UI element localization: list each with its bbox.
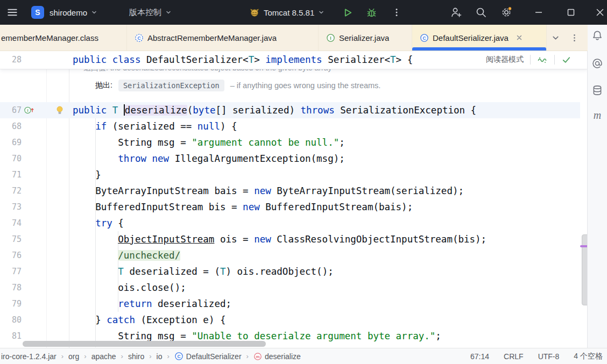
code-text: String msg = "argument cannot be null."; xyxy=(73,134,345,151)
hidden-tabs-button[interactable] xyxy=(551,33,560,42)
ai-assistant-button[interactable] xyxy=(591,57,604,70)
code-line-77[interactable]: 77 T deserialized = (T) ois.readObject()… xyxy=(0,263,588,280)
javadoc-throws-row: 抛出: SerializationException – if anything… xyxy=(95,80,380,91)
window-minimize-button[interactable] xyxy=(534,0,544,25)
code-line-71[interactable]: 71 } xyxy=(0,167,588,183)
add-user-icon xyxy=(450,6,463,19)
status-bar: iro-core-1.2.4.jar›org›apache›shiro›io› … xyxy=(0,348,607,364)
line-number: 80 xyxy=(0,312,22,328)
encoding-widget[interactable]: UTF-8 xyxy=(538,352,560,361)
breadcrumb-label: apache xyxy=(91,352,116,361)
code-line-75[interactable]: 75 ObjectInputStream ois = new ClassReso… xyxy=(0,231,588,247)
breadcrumb-separator: › xyxy=(149,352,151,360)
code-text: if (serialized == null) { xyxy=(73,118,237,134)
tab-serializer-java[interactable]: ISerializer.java xyxy=(319,25,412,51)
code-with-me-button[interactable] xyxy=(450,0,463,25)
line-number: 76 xyxy=(0,247,22,263)
code-line-73[interactable]: 73 BufferedInputStream bis = new Buffere… xyxy=(0,199,588,215)
code-line-80[interactable]: 80 } catch (Exception e) { xyxy=(0,312,588,328)
svg-text:I: I xyxy=(330,35,331,40)
horizontal-scrollbar-thumb[interactable] xyxy=(23,341,266,347)
breadcrumb-label: io xyxy=(157,352,163,361)
code-text: } xyxy=(73,167,101,183)
code-line-67[interactable]: 67Ipublic T deserialize(byte[] serialize… xyxy=(0,102,588,118)
search-everywhere-button[interactable] xyxy=(475,0,488,25)
main-menu-button[interactable] xyxy=(6,0,18,25)
no-problems-check-icon[interactable] xyxy=(561,55,571,65)
code-text: try { xyxy=(73,215,124,231)
code-line-74[interactable]: 74 try { xyxy=(0,215,588,231)
maven-tool-button[interactable]: m xyxy=(591,109,604,122)
tab-options-button[interactable] xyxy=(570,33,579,42)
bell-icon xyxy=(591,30,603,41)
breadcrumb-label: org xyxy=(68,352,79,361)
code-line-72[interactable]: 72 ByteArrayInputStream bais = new ByteA… xyxy=(0,183,588,199)
sticky-code-text: public class DefaultSerializer<T> implem… xyxy=(73,51,413,69)
svg-text:I: I xyxy=(27,108,28,113)
reader-mode-widget: 阅读器模式 xyxy=(482,51,571,69)
code-text: throw new IllegalArgumentException(msg); xyxy=(73,151,345,167)
indent-widget[interactable]: 4 个空格 xyxy=(574,352,603,361)
database-icon xyxy=(591,84,603,96)
breadcrumb-separator: › xyxy=(167,352,170,360)
at-icon xyxy=(591,58,603,69)
svg-text:C: C xyxy=(137,35,140,40)
window-close-button[interactable] xyxy=(595,0,605,25)
caret-position-widget[interactable]: 67:14 xyxy=(470,352,489,361)
code-line-68[interactable]: 68 if (serialized == null) { xyxy=(0,118,588,134)
code-line-78[interactable]: 78 ois.close(); xyxy=(0,280,588,296)
svg-text:C: C xyxy=(177,354,180,359)
debug-button[interactable] xyxy=(366,0,377,25)
settings-button[interactable] xyxy=(499,0,513,25)
code-line-69[interactable]: 69 String msg = "argument cannot be null… xyxy=(0,134,588,151)
line-ending-widget[interactable]: CRLF xyxy=(504,352,524,361)
breadcrumb-item-iro-core-1-2-4-jar[interactable]: iro-core-1.2.4.jar xyxy=(1,352,57,361)
breadcrumb-label: iro-core-1.2.4.jar xyxy=(1,352,57,361)
code-line-79[interactable]: 79 return deserialized; xyxy=(0,296,588,312)
implementing-method-icon[interactable]: I xyxy=(24,104,34,117)
breadcrumb-item-deserialize[interactable]: mdeserialize xyxy=(253,352,301,361)
run-configuration-selector[interactable]: Tomcat 8.5.81 xyxy=(249,0,325,25)
tab-close-icon[interactable] xyxy=(516,34,523,41)
tab-label: DefaultSerializer.java xyxy=(433,33,509,42)
database-tool-button[interactable] xyxy=(591,84,604,97)
close-icon xyxy=(595,8,605,17)
editor-tab-bar: ememberMeManager.class CAbstractRemember… xyxy=(0,25,588,51)
inspections-widget-icon[interactable] xyxy=(537,54,548,65)
tab-label: ememberMeManager.class xyxy=(1,33,98,42)
vcs-label: 版本控制 xyxy=(129,8,161,18)
vcs-widget[interactable]: 版本控制 xyxy=(129,0,172,25)
svg-text:C: C xyxy=(422,35,426,40)
breadcrumb-item-org[interactable]: org xyxy=(68,352,79,361)
run-config-label: Tomcat 8.5.81 xyxy=(264,8,314,17)
tab-emembermemanager-class[interactable]: ememberMeManager.class xyxy=(0,25,127,51)
window-maximize-button[interactable] xyxy=(566,0,576,25)
hamburger-icon xyxy=(6,6,18,18)
code-text: /unchecked/ xyxy=(73,247,180,263)
reader-mode-label[interactable]: 阅读器模式 xyxy=(486,55,524,65)
search-icon xyxy=(475,6,488,19)
more-actions-button[interactable] xyxy=(392,0,401,25)
debug-bug-icon xyxy=(366,7,377,18)
breadcrumb-item-apache[interactable]: apache xyxy=(91,352,116,361)
tab-abstractremembermemanager-java[interactable]: CAbstractRememberMeManager.java xyxy=(127,25,319,51)
breadcrumb-item-io[interactable]: io xyxy=(157,352,163,361)
throws-exception-chip[interactable]: SerializationException xyxy=(118,80,224,91)
divider xyxy=(530,55,531,65)
sticky-header-line[interactable]: 28 public class DefaultSerializer<T> imp… xyxy=(0,51,588,69)
status-bar-right: 67:14 CRLF UTF-8 4 个空格 xyxy=(470,352,607,361)
title-bar: S shirodemo 版本控制 Tomcat 8.5.81 xyxy=(0,0,607,25)
tab-defaultserializer-java[interactable]: CDefaultSerializer.java xyxy=(412,25,547,51)
code-line-70[interactable]: 70 throw new IllegalArgumentException(ms… xyxy=(0,151,588,167)
intention-bulb-icon[interactable] xyxy=(55,104,66,117)
editor[interactable]: 返回值: the deserialized/reconstituted obje… xyxy=(0,51,588,348)
line-number: 69 xyxy=(0,134,22,151)
notifications-button[interactable] xyxy=(591,29,604,42)
run-button[interactable] xyxy=(342,0,354,25)
code-line-76[interactable]: 76 /unchecked/ xyxy=(0,247,588,263)
breadcrumb-item-defaultserializer[interactable]: CDefaultSerializer xyxy=(174,352,242,361)
breadcrumb-item-shiro[interactable]: shiro xyxy=(128,352,144,361)
project-selector[interactable]: shirodemo xyxy=(50,0,98,25)
chevron-down-icon xyxy=(90,9,98,16)
line-number: 68 xyxy=(0,118,22,134)
